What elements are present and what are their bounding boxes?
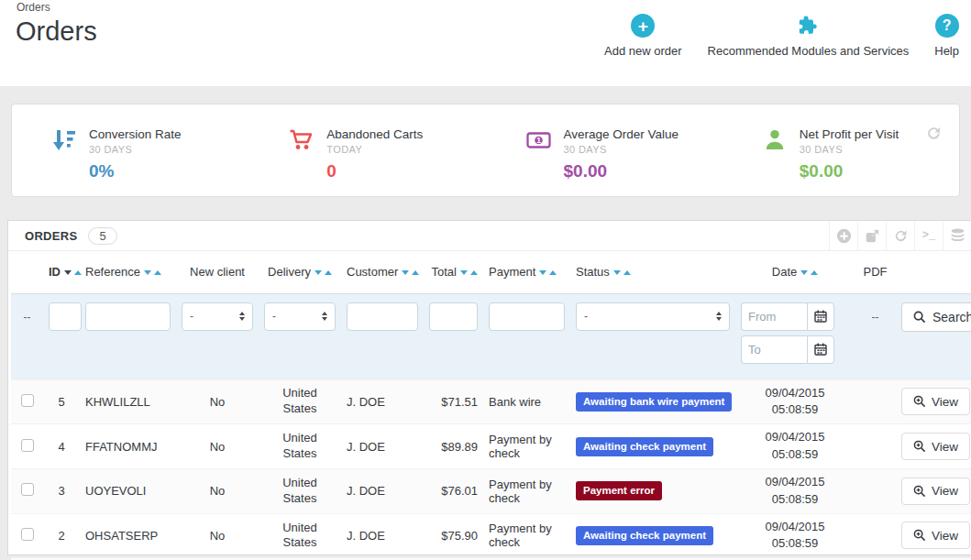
order-delivery: United States xyxy=(259,513,341,558)
orders-panel-title: ORDERS xyxy=(25,229,77,243)
top-header: Orders Orders + Add new order Recommende… xyxy=(0,0,971,86)
add-new-order-button[interactable]: + Add new order xyxy=(604,14,682,58)
calendar-to-button[interactable] xyxy=(807,335,834,364)
status-badge: Awaiting check payment xyxy=(576,526,713,545)
column-header-date: Date xyxy=(735,251,855,293)
sort-asc-icon[interactable] xyxy=(623,270,631,275)
order-new-client: No xyxy=(176,379,259,424)
svg-text:1: 1 xyxy=(536,136,541,145)
add-icon[interactable] xyxy=(829,221,857,250)
kpi-refresh-icon[interactable] xyxy=(925,125,943,146)
sort-asc-icon[interactable] xyxy=(412,270,419,275)
status-badge: Awaiting check payment xyxy=(576,437,713,456)
table-row[interactable]: 5 KHWLILZLL No United States J. DOE $71.… xyxy=(11,379,971,424)
view-button[interactable]: View xyxy=(901,522,970,549)
status-badge: Payment error xyxy=(576,481,662,500)
id-filter-input[interactable] xyxy=(49,302,82,331)
delivery-filter-select[interactable]: - xyxy=(264,302,336,331)
sort-asc-icon[interactable] xyxy=(325,270,332,275)
order-id: 2 xyxy=(43,513,80,558)
row-checkbox[interactable] xyxy=(21,483,34,496)
order-payment: Bank wire xyxy=(483,379,570,424)
new-client-filter-select[interactable]: - xyxy=(182,302,253,331)
table-row[interactable]: 3 UOYEVOLI No United States J. DOE $76.0… xyxy=(11,468,971,513)
sort-desc-icon[interactable] xyxy=(314,270,322,275)
orders-toolbar: >_ xyxy=(829,221,971,250)
orders-count-badge: 5 xyxy=(88,227,116,245)
row-checkbox[interactable] xyxy=(21,394,34,407)
order-reference: KHWLILZLL xyxy=(80,379,176,424)
kpi-period: 30 DAYS xyxy=(564,144,679,155)
table-row[interactable]: 4 FFATNOMMJ No United States J. DOE $89.… xyxy=(11,424,971,469)
order-new-client: No xyxy=(176,513,259,558)
view-button[interactable]: View xyxy=(901,433,970,460)
sort-desc-icon[interactable] xyxy=(800,270,808,275)
view-button[interactable]: View xyxy=(901,478,970,505)
sort-desc-icon[interactable] xyxy=(613,270,621,275)
column-header-customer: Customer xyxy=(341,251,424,293)
refresh-icon[interactable] xyxy=(886,221,914,250)
sort-amount-icon xyxy=(52,128,76,156)
select-column-header xyxy=(11,251,43,293)
kpi-period: 30 DAYS xyxy=(89,144,182,155)
calendar-icon xyxy=(814,310,827,323)
reference-filter-input[interactable] xyxy=(85,302,171,331)
order-payment: Payment by check xyxy=(483,424,570,469)
status-filter-select[interactable]: - xyxy=(576,302,730,331)
column-header-delivery: Delivery xyxy=(259,251,341,293)
select-spinner-icon xyxy=(716,312,722,321)
table-row[interactable]: 2 OHSATSERP No United States J. DOE $75.… xyxy=(11,513,971,558)
puzzle-icon xyxy=(796,14,820,38)
row-checkbox[interactable] xyxy=(21,528,34,541)
order-delivery: United States xyxy=(259,424,341,469)
order-delivery: United States xyxy=(259,468,341,513)
sort-asc-icon[interactable] xyxy=(470,270,478,275)
sort-asc-icon[interactable] xyxy=(549,270,557,275)
search-icon xyxy=(913,311,926,324)
payment-filter-input[interactable] xyxy=(489,302,565,331)
row-checkbox[interactable] xyxy=(21,439,34,452)
sort-desc-icon[interactable] xyxy=(460,270,468,275)
shopping-cart-icon xyxy=(289,128,314,155)
order-pdf-cell xyxy=(855,379,896,424)
sort-asc-icon[interactable] xyxy=(74,270,82,275)
order-new-client: No xyxy=(176,468,259,513)
sort-asc-icon[interactable] xyxy=(154,270,161,275)
order-total: $71.51 xyxy=(424,379,483,424)
calendar-from-button[interactable] xyxy=(807,302,834,331)
magnifier-plus-icon xyxy=(913,485,926,498)
export-icon[interactable] xyxy=(857,221,886,250)
order-reference: OHSATSERP xyxy=(80,513,176,558)
column-header-pdf: PDF xyxy=(855,251,896,293)
database-icon[interactable] xyxy=(943,221,971,250)
kpi-summary-card: Conversion Rate 30 DAYS 0% Abandoned Car… xyxy=(11,104,960,197)
question-circle-icon: ? xyxy=(935,14,959,38)
kpi-value: 0 xyxy=(326,161,423,181)
sort-desc-icon[interactable] xyxy=(144,270,151,275)
plus-circle-icon: + xyxy=(631,14,655,38)
search-button[interactable]: Search xyxy=(901,302,971,332)
order-new-client: No xyxy=(176,424,259,469)
sort-desc-icon[interactable] xyxy=(402,270,409,275)
order-reference: UOYEVOLI xyxy=(80,468,176,513)
breadcrumb[interactable]: Orders xyxy=(17,1,50,14)
column-header-payment: Payment xyxy=(483,251,570,293)
sort-asc-icon[interactable] xyxy=(811,270,818,275)
help-button[interactable]: ? Help xyxy=(934,14,959,58)
sort-desc-icon[interactable] xyxy=(539,270,546,275)
help-label: Help xyxy=(934,44,959,58)
date-from-input[interactable] xyxy=(741,302,807,331)
kpi-title: Net Profit per Visit xyxy=(800,127,899,141)
total-filter-input[interactable] xyxy=(429,302,478,331)
terminal-icon[interactable]: >_ xyxy=(914,221,943,250)
order-payment: Payment by check xyxy=(483,468,570,513)
date-to-input[interactable] xyxy=(741,335,807,364)
recommended-modules-button[interactable]: Recommended Modules and Services xyxy=(708,14,910,58)
magnifier-plus-icon xyxy=(913,529,926,542)
view-button[interactable]: View xyxy=(901,388,970,415)
order-customer: J. DOE xyxy=(341,468,424,513)
order-customer: J. DOE xyxy=(341,379,424,424)
customer-filter-input[interactable] xyxy=(347,302,418,331)
sort-desc-icon[interactable] xyxy=(64,270,72,275)
kpi-period: TODAY xyxy=(326,144,423,155)
